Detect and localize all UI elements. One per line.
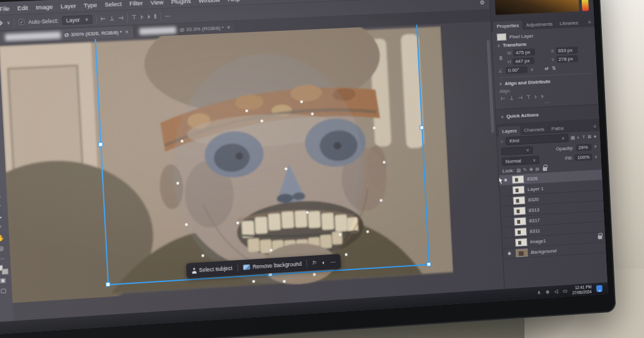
auto-select-target-dropdown[interactable]: Layer ∨ (62, 14, 92, 25)
more-options-icon[interactable]: ⋯ (330, 259, 336, 265)
notification-bell-icon[interactable] (596, 285, 602, 292)
move-tool-indicator-icon[interactable]: ✥ (0, 19, 3, 26)
panel-menu-icon[interactable]: ≡ (587, 18, 592, 27)
menu-help[interactable]: Help (223, 0, 243, 3)
menu-type[interactable]: Type (80, 1, 101, 9)
y-field[interactable]: 278 px (556, 55, 578, 63)
flip-vertical-icon[interactable]: ⇅ (552, 65, 556, 71)
remove-background-button[interactable]: Remove background (243, 261, 302, 271)
transform-handle-middle-left[interactable] (98, 142, 103, 146)
align-hcenter-icon[interactable]: ⊥ (509, 95, 514, 101)
visibility-toggle[interactable] (504, 211, 511, 212)
transform-handle-bottom-left[interactable] (106, 282, 111, 287)
visibility-toggle[interactable] (502, 190, 509, 191)
menu-file[interactable]: File (0, 4, 14, 12)
hand-tool[interactable]: ✋ (0, 233, 8, 243)
visibility-toggle[interactable] (505, 232, 512, 233)
blend-mode-dropdown[interactable]: Normal ∨ (502, 156, 540, 166)
layer-thumbnail[interactable] (516, 248, 528, 257)
menu-image[interactable]: Image (31, 3, 57, 11)
transform-handle-bottom-right[interactable] (426, 262, 431, 266)
align-right-icon[interactable]: ⊣ (118, 14, 124, 21)
layer-thumbnail[interactable] (513, 206, 526, 215)
x-field[interactable]: 653 px (555, 46, 577, 54)
saturation-square[interactable] (494, 0, 579, 15)
distribute-top-icon[interactable]: ⊤ (131, 14, 137, 20)
half-circle-icon[interactable]: ◐ (322, 259, 326, 266)
volume-icon[interactable]: ◁ (554, 288, 558, 294)
chevron-down-icon[interactable]: ∨ (530, 67, 533, 72)
opacity-field[interactable]: 29% (575, 143, 591, 151)
layer-thumbnail[interactable] (514, 227, 527, 236)
tool-preset-chevron-icon[interactable]: ∨ (7, 20, 11, 25)
panel-menu-icon[interactable]: ≡ (592, 122, 598, 131)
menu-select[interactable]: Select (101, 0, 126, 8)
lock-all-icon[interactable] (543, 166, 547, 170)
layer-thumbnail[interactable] (512, 175, 525, 183)
flip-horizontal-icon[interactable]: ⇄ (545, 66, 549, 72)
align-vcenter-icon[interactable]: ⊦ (535, 94, 537, 100)
healing-brush-tool[interactable]: ✚ (0, 110, 1, 119)
history-brush-tool[interactable]: ↺ (0, 141, 3, 150)
filter-adjustment-icon[interactable]: ◐ (577, 134, 580, 140)
align-right-icon[interactable]: ⊣ (518, 95, 522, 101)
tray-expand-icon[interactable]: ∧ (537, 290, 541, 295)
align-bottom-icon[interactable]: ⊧ (541, 94, 544, 99)
layer-thumbnail[interactable] (513, 185, 525, 194)
filter-type-icon[interactable]: T (582, 134, 586, 140)
line-tool[interactable]: ∕ (0, 223, 7, 232)
visibility-toggle[interactable] (506, 243, 513, 243)
visibility-toggle[interactable] (504, 222, 511, 222)
layer-thumbnail[interactable] (513, 196, 525, 205)
battery-icon[interactable]: ▭ (563, 288, 568, 293)
select-subject-button[interactable]: Select subject (191, 265, 233, 274)
dodge-tool[interactable]: ◑ (0, 182, 4, 192)
quick-mask-button[interactable]: ▣ (0, 276, 9, 286)
align-left-icon[interactable]: ⊢ (101, 15, 106, 21)
align-center-icon[interactable]: ⊥ (109, 15, 115, 21)
close-icon[interactable]: × (125, 29, 129, 35)
layer-thumbnail[interactable] (515, 237, 528, 246)
layer-thumbnail[interactable] (514, 217, 526, 226)
align-left-icon[interactable]: ⊢ (501, 95, 506, 101)
more-options-icon[interactable]: ⋯ (165, 13, 171, 19)
menu-layer[interactable]: Layer (57, 2, 80, 10)
visibility-toggle[interactable] (503, 200, 510, 201)
menu-edit[interactable]: Edit (13, 4, 32, 11)
pen-tool[interactable]: ✒ (0, 192, 5, 202)
lock-transparency-icon[interactable]: ▨ (516, 167, 521, 173)
transform-handle-middle-right[interactable] (419, 126, 424, 130)
link-dimensions-icon[interactable]: 8 (497, 55, 504, 61)
system-clock[interactable]: 12:41 PM 27/06/2024 (572, 285, 592, 295)
edit-toolbar-icon[interactable]: ⋯ (0, 254, 9, 264)
filter-smart-icon[interactable]: ● (594, 134, 597, 139)
eraser-tool[interactable]: ▱ (0, 151, 3, 161)
flag-icon[interactable]: ⚐ (312, 259, 317, 266)
clone-stamp-tool[interactable]: ♟ (0, 131, 2, 140)
distribute-bottom-icon[interactable]: ⊧ (147, 13, 150, 19)
filter-shape-icon[interactable]: ⊠ (587, 134, 591, 139)
fill-field[interactable]: 100% (575, 153, 592, 161)
menu-plugins[interactable]: Plugins (167, 0, 195, 5)
screen-mode-button[interactable]: ▢ (0, 286, 10, 296)
close-icon[interactable]: × (227, 24, 231, 30)
brush-tool[interactable]: ✎ (0, 121, 1, 130)
width-field[interactable]: 475 px (513, 48, 535, 56)
filter-pixel-icon[interactable]: ▦ (570, 134, 575, 140)
lock-position-icon[interactable]: ✥ (529, 166, 533, 172)
gradient-tool[interactable]: ▨ (0, 161, 4, 171)
visibility-eye-icon[interactable]: ◉ (506, 251, 513, 256)
align-top-icon[interactable]: ⊤ (526, 94, 531, 100)
chevron-down-icon[interactable]: ∨ (594, 144, 597, 149)
tab-paths[interactable]: Paths (548, 123, 568, 133)
background-color-swatch[interactable] (2, 268, 9, 275)
auto-select-checkbox[interactable]: ✓ (18, 19, 25, 25)
network-icon[interactable]: ⊕ (545, 289, 550, 295)
path-selection-tool[interactable]: ➤ (0, 213, 6, 222)
menu-view[interactable]: View (147, 0, 167, 6)
distribute-middle-icon[interactable]: ⊦ (140, 14, 143, 20)
height-field[interactable]: 447 px (513, 57, 535, 65)
menu-window[interactable]: Window (194, 0, 224, 4)
blend-extra-dropdown[interactable]: ∨ (501, 146, 533, 156)
distribute-horizontal-icon[interactable]: ‖ (154, 13, 157, 19)
